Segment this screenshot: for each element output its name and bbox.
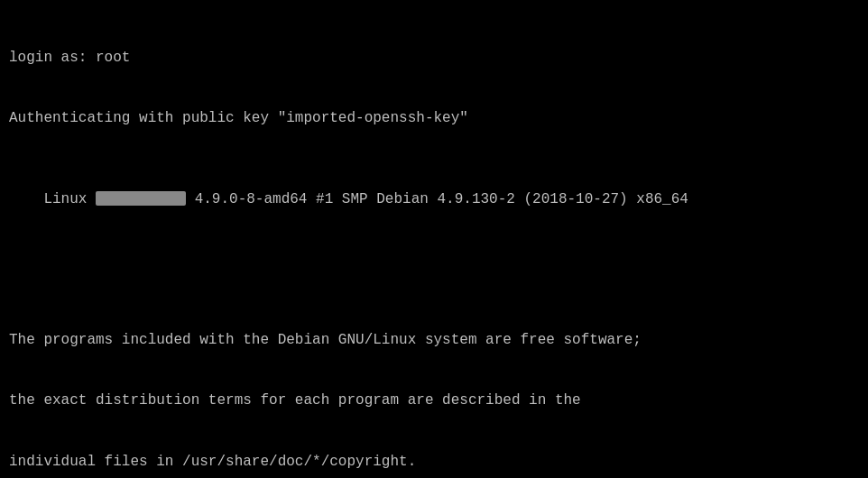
- linux-info-line: Linux 4.9.0-8-amd64 #1 SMP Debian 4.9.13…: [9, 169, 859, 229]
- empty-line-1: [9, 270, 859, 290]
- terminal-window: login as: root Authenticating with publi…: [9, 7, 859, 478]
- linux-suffix: 4.9.0-8-amd64 #1 SMP Debian 4.9.130-2 (2…: [186, 191, 688, 207]
- files-line: individual files in /usr/share/doc/*/cop…: [9, 452, 859, 472]
- programs-line: The programs included with the Debian GN…: [9, 330, 859, 350]
- auth-line: Authenticating with public key "imported…: [9, 108, 859, 128]
- login-line: login as: root: [9, 48, 859, 68]
- distribution-line: the exact distribution terms for each pr…: [9, 391, 859, 410]
- redacted-hostname-1: [96, 191, 186, 206]
- linux-prefix: Linux: [43, 191, 96, 207]
